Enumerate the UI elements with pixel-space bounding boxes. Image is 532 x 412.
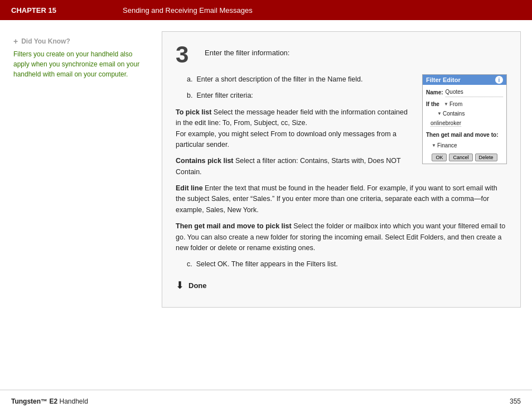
footer-page: 355 (510, 397, 521, 405)
chevron-icon: ▼ (444, 100, 448, 108)
done-label: Done (188, 280, 207, 291)
step-number: 3 (176, 43, 196, 66)
did-you-know-header: + Did You Know? (13, 37, 145, 46)
filter-editor-title: Filter Editor (426, 76, 461, 83)
fe-then-label: Then get mail and move to: (426, 130, 503, 140)
step-intro: Enter the filter information: (205, 43, 289, 57)
to-pick-label: To pick list (176, 108, 211, 116)
step-c-text: Select OK. The filter appears in the Fil… (196, 260, 338, 268)
fe-finance-select: ▼ Finance (432, 141, 457, 150)
filter-editor-body: Name: Quotes If the ▼ From (423, 85, 506, 164)
fe-name-row: Name: Quotes (426, 87, 503, 97)
fe-buttons: OK Cancel Delete (426, 154, 503, 161)
fe-finance-value: Finance (437, 141, 457, 150)
content-area: 3 Enter the filter information: Filter E… (156, 31, 532, 390)
step-b-label: b. (187, 92, 192, 99)
step-a-label: a. (187, 75, 192, 83)
fe-if-row: If the ▼ From (426, 99, 503, 109)
step-box: 3 Enter the filter information: Filter E… (162, 31, 521, 308)
fe-criteria-value: onlinebroker (431, 120, 461, 127)
fe-name-label: Name: (426, 88, 443, 97)
step-header: 3 Enter the filter information: (176, 43, 507, 66)
chevron-icon-2: ▼ (437, 110, 442, 118)
step-b-text: Enter filter criteria: (196, 92, 253, 99)
fe-if-label: If the (426, 99, 442, 109)
fe-then-section: Then get mail and move to: ▼ Finance (426, 130, 503, 150)
footer-brand: Tungsten™ E2 Handheld (11, 397, 88, 405)
fe-contains-select: ▼ Contains (437, 109, 465, 118)
step-then: Then get mail and move to pick list Sele… (176, 221, 507, 253)
edit-line-text: Enter the text that must be found in the… (176, 184, 497, 214)
fe-from-value: From (449, 99, 462, 109)
fe-contains-value: Contains (443, 109, 465, 118)
fe-delete-button[interactable]: Delete (475, 154, 497, 161)
done-arrow-icon: ⬇ (176, 278, 184, 294)
chapter-title: Sending and Receiving Email Messages (123, 6, 253, 15)
fe-criteria-row: onlinebroker (428, 118, 503, 128)
fe-contains-row: ▼ Contains (437, 109, 503, 118)
fe-cancel-button[interactable]: Cancel (449, 154, 472, 161)
plus-icon: + (13, 37, 18, 46)
step-item-c: c. Select OK. The filter appears in the … (187, 259, 507, 270)
brand-suffix: Handheld (59, 397, 88, 405)
fe-if-section: If the ▼ From ▼ Contains (426, 99, 503, 128)
fe-finance-row: ▼ Finance (432, 141, 503, 150)
did-you-know-label: Did You Know? (21, 37, 70, 45)
info-icon: i (495, 76, 503, 84)
chevron-icon-3: ▼ (432, 142, 436, 150)
done-row: ⬇ Done (176, 278, 507, 294)
sidebar: + Did You Know? Filters you create on yo… (0, 31, 156, 390)
fe-name-value: Quotes (446, 87, 503, 97)
then-get-label: Then get mail and move to pick list (176, 222, 292, 230)
contains-label: Contains pick list (176, 157, 234, 165)
edit-line-label: Edit line (176, 184, 203, 192)
chapter-label: CHAPTER 15 (11, 6, 123, 15)
filter-editor-widget: Filter Editor i Name: Quotes If the ▼ Fr… (422, 74, 507, 164)
brand-name: Tungsten™ E2 (11, 397, 57, 405)
filter-editor-titlebar: Filter Editor i (423, 75, 506, 85)
main-content: + Did You Know? Filters you create on yo… (0, 20, 532, 390)
step-edit-line: Edit line Enter the text that must be fo… (176, 183, 507, 215)
step-a-text: Enter a short description of the filter … (196, 75, 362, 83)
header-bar: CHAPTER 15 Sending and Receiving Email M… (0, 0, 532, 20)
fe-ok-button[interactable]: OK (432, 154, 447, 161)
step-c-label: c. (187, 260, 192, 268)
fe-from-select: ▼ From (444, 99, 462, 109)
did-you-know-text: Filters you create on your handheld also… (13, 49, 145, 79)
footer: Tungsten™ E2 Handheld 355 (0, 390, 532, 412)
